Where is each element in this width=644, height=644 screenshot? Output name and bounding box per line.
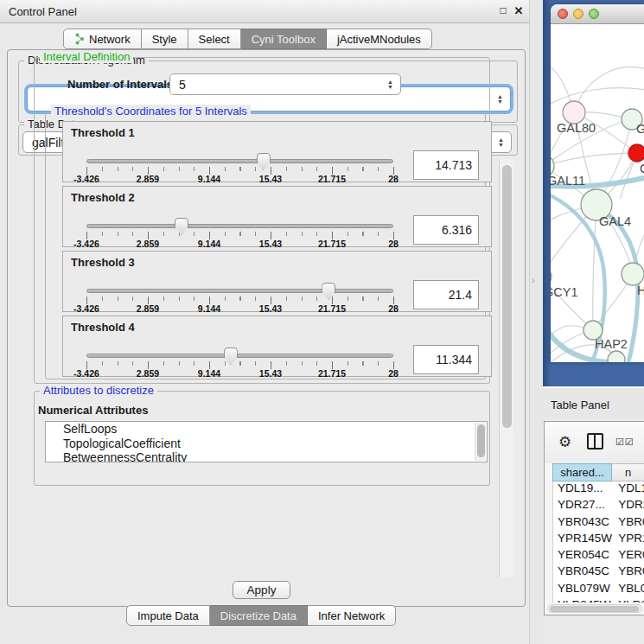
tab-label: Impute Data xyxy=(137,609,199,622)
number-of-intervals-label: Number of Intervals xyxy=(67,78,173,91)
numerical-attributes-label: Numerical Attributes xyxy=(38,404,148,417)
table-row[interactable]: YPR145WYPR1 xyxy=(553,532,644,548)
select-columns-icon[interactable]: ☑☑ xyxy=(615,437,634,448)
tick-label: 2.859 xyxy=(137,174,159,184)
tab-label: Select xyxy=(199,33,230,46)
tick-label: -3.426 xyxy=(73,174,99,184)
tab-infer-network[interactable]: Infer Network xyxy=(308,605,396,626)
table-row[interactable]: YER054CYER0 xyxy=(553,548,644,564)
close-traffic-light-icon[interactable] xyxy=(558,9,568,19)
slider-track[interactable] xyxy=(86,159,393,163)
gear-icon[interactable]: ⚙ xyxy=(558,433,571,451)
network-view-frame: GAL80 GA C GAL11 GAL4 GCY1 H HAP2 xyxy=(543,0,644,386)
network-graph: GAL80 GA C GAL11 GAL4 GCY1 H HAP2 xyxy=(551,24,644,362)
table-row[interactable]: YLR345WYLR3 xyxy=(553,598,644,603)
slider-track[interactable] xyxy=(86,354,393,358)
threshold-1-panel: Threshold 1 -3.426 2.859 9.144 15.43 21.… xyxy=(62,121,492,182)
node-label: HAP2 xyxy=(595,337,628,351)
list-item[interactable]: BetweennessCentrality xyxy=(46,450,487,462)
node-red[interactable] xyxy=(628,144,644,162)
thresholds-group: Threshold's Coordinates for 5 Intervals … xyxy=(45,112,486,379)
slider-track[interactable] xyxy=(86,224,393,228)
threshold-2-value-field[interactable]: 6.316 xyxy=(413,215,479,245)
threshold-2-panel: Threshold 2 -3.426 2.859 9.144 15.43 21.… xyxy=(62,186,492,247)
node-gcy1[interactable] xyxy=(551,266,552,287)
node-label: GAL11 xyxy=(551,174,585,188)
float-icon[interactable]: □ xyxy=(496,4,510,16)
threshold-4-value-field[interactable]: 11.344 xyxy=(413,345,479,374)
tick-label: 9.144 xyxy=(198,174,220,184)
table-row[interactable]: YDL19...YDL1 xyxy=(553,481,644,498)
stepper-icons: ▲▼ xyxy=(387,74,393,94)
group-label: Attributes to discretize xyxy=(40,384,157,397)
threshold-label: Threshold 4 xyxy=(71,321,135,334)
table-row[interactable]: YBL079WYBL0 xyxy=(553,582,644,598)
combo-value: 5 xyxy=(179,78,186,92)
scrollbar-thumb[interactable] xyxy=(502,165,512,428)
tab-label: Style xyxy=(152,33,177,46)
table-panel-title: Table Panel xyxy=(551,399,609,411)
threshold-3-panel: Threshold 3 -3.426 2.859 9.144 15.43 21.… xyxy=(62,251,492,312)
table-toolbar: ⚙ ☑☑ xyxy=(545,422,644,463)
node-label: H xyxy=(637,284,644,297)
slider-track[interactable] xyxy=(86,289,393,293)
pane-divider[interactable]: › xyxy=(529,0,543,644)
table-panel-header: Table Panel xyxy=(543,386,644,418)
tab-impute-data[interactable]: Impute Data xyxy=(126,605,210,626)
table-body[interactable]: YDL19...YDL1 YDR27...YDR2 YBR043CYBR0 YP… xyxy=(552,481,644,603)
apply-button[interactable]: Apply xyxy=(233,581,290,599)
threshold-3-value-field[interactable]: 21.4 xyxy=(413,280,479,309)
tab-label: Infer Network xyxy=(318,609,385,622)
node-label: GAL80 xyxy=(557,121,596,135)
table-header-row: shared... n xyxy=(552,463,644,481)
number-of-intervals-combobox[interactable]: 5 ▲▼ xyxy=(169,73,401,95)
list-item[interactable]: TopologicalCoefficient xyxy=(46,437,487,451)
attributes-group: Attributes to discretize Numerical Attri… xyxy=(34,391,490,470)
network-window[interactable]: GAL80 GA C GAL11 GAL4 GCY1 H HAP2 xyxy=(551,4,644,362)
node-h[interactable] xyxy=(622,263,644,285)
scrollbar-thumb[interactable] xyxy=(550,606,639,612)
table-row[interactable]: YDR27...YDR2 xyxy=(553,498,644,514)
zoom-traffic-light-icon[interactable] xyxy=(589,9,599,19)
threshold-1-value-field[interactable]: 14.713 xyxy=(413,150,479,180)
cyni-toolbox-panel: Discretization Algorithm ▲▼ Table Data g… xyxy=(7,49,526,607)
close-icon[interactable]: ✕ xyxy=(512,4,526,17)
tick-label: 28 xyxy=(388,174,399,184)
network-canvas[interactable]: GAL80 GA C GAL11 GAL4 GCY1 H HAP2 xyxy=(551,24,644,362)
table-horizontal-scrollbar[interactable] xyxy=(547,604,642,613)
tab-network[interactable]: Network xyxy=(63,29,142,49)
tab-select[interactable]: Select xyxy=(188,29,241,49)
group-label: Threshold's Coordinates for 5 Intervals xyxy=(51,105,251,118)
threshold-label: Threshold 2 xyxy=(71,191,135,204)
settings-scrollbar[interactable] xyxy=(499,159,513,577)
node-label: GCY1 xyxy=(551,285,578,299)
tick-label: 21.715 xyxy=(318,174,346,184)
tick-label: 15.43 xyxy=(259,174,282,184)
numerical-attributes-list[interactable]: SelfLoops TopologicalCoefficient Between… xyxy=(45,421,488,462)
table-row[interactable]: YBR045CYBR0 xyxy=(553,564,644,581)
table-panel: ⚙ ☑☑ shared... n YDL19...YDL1 YDR27...YD… xyxy=(544,421,644,615)
panel-title: Control Panel xyxy=(9,5,77,18)
node-label: GAL4 xyxy=(599,214,631,228)
stepper-icons: ▲▼ xyxy=(497,87,503,111)
network-window-titlebar xyxy=(551,4,644,24)
split-pane-icon[interactable] xyxy=(587,433,603,450)
tab-jactivemnodules[interactable]: jActiveMNodules xyxy=(327,29,432,49)
list-scrollbar[interactable] xyxy=(475,423,486,461)
threshold-4-panel: Threshold 4 -3.426 2.859 9.144 15.43 21.… xyxy=(62,316,492,377)
tab-label: Network xyxy=(89,33,131,46)
minimize-traffic-light-icon[interactable] xyxy=(573,9,583,19)
tab-label: jActiveMNodules xyxy=(337,33,421,46)
control-panel-titlebar: Control Panel □ ✕ xyxy=(0,0,529,23)
tab-style[interactable]: Style xyxy=(142,29,188,49)
interval-definition-group: Interval Definition Number of Intervals … xyxy=(34,57,490,384)
tab-cyni-toolbox[interactable]: Cyni Toolbox xyxy=(241,29,327,49)
column-header-name[interactable]: n xyxy=(612,463,644,481)
tab-discretize-data[interactable]: Discretize Data xyxy=(210,605,308,626)
list-item[interactable]: SelfLoops xyxy=(46,422,487,437)
divider-handle-icon[interactable]: › xyxy=(532,275,535,285)
stepper-icons: ▲▼ xyxy=(498,132,504,152)
tab-label: Cyni Toolbox xyxy=(252,33,316,46)
table-row[interactable]: YBR043CYBR0 xyxy=(553,515,644,532)
column-header-shared[interactable]: shared... xyxy=(552,463,612,481)
